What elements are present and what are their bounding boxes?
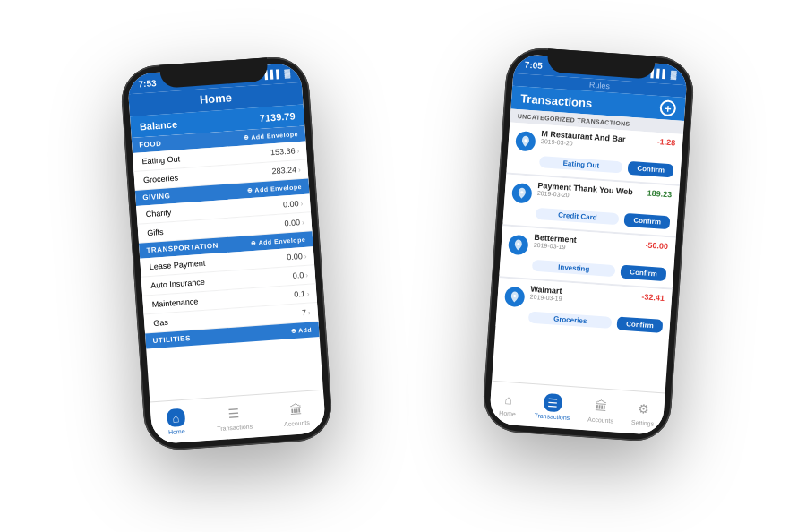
txn-4-confirm[interactable]: Confirm: [617, 316, 664, 332]
txn-2-icon: [511, 183, 532, 203]
add-giving-label: Add Envelope: [254, 184, 302, 193]
balance-label: Balance: [139, 119, 177, 133]
txn-3-amount: -50.00: [645, 240, 668, 251]
home-title: Home: [199, 90, 232, 106]
tab-transactions-right[interactable]: ☰ Transactions: [534, 392, 571, 421]
time-left: 7:53: [138, 78, 157, 89]
chevron-icon-4: ›: [302, 218, 304, 226]
balance-value: 7139.79: [259, 110, 296, 124]
tab-accounts-left[interactable]: 🏛 Accounts: [282, 399, 310, 427]
add-utilities-label: Add: [298, 327, 313, 334]
maintenance-amount: 0.1 ›: [294, 289, 310, 299]
chevron-icon-7: ›: [306, 289, 309, 297]
phone-left: 7:53 ▲ ▌▌▌ ▓ Home Balance 7139.79 FOOD: [119, 55, 333, 452]
battery-icon-r: ▓: [671, 70, 677, 79]
accounts-icon-r: 🏛: [592, 397, 611, 416]
txn-1-info: M Restaurant And Bar 2019-03-20: [541, 129, 652, 152]
chevron-icon-2: ›: [298, 166, 301, 174]
transportation-section: TRANSPORTATION ⊕ Add Envelope Lease Paym…: [139, 231, 319, 333]
auto-insurance-amount: 0.0 ›: [292, 270, 308, 280]
chevron-icon-6: ›: [305, 270, 308, 279]
tab-transactions-label-r: Transactions: [534, 412, 570, 421]
eating-out-label: Eating Out: [141, 154, 180, 166]
add-giving-button[interactable]: ⊕ Add Envelope: [247, 183, 303, 193]
txn-1-amount: -1.28: [656, 137, 675, 147]
phone-left-screen: 7:53 ▲ ▌▌▌ ▓ Home Balance 7139.79 FOOD: [127, 63, 326, 445]
add-transport-button[interactable]: ⊕ Add Envelope: [251, 236, 306, 246]
txn-2-info: Payment Thank You Web 2019-03-20: [537, 181, 642, 203]
status-icons-left: ▲ ▌▌▌ ▓: [253, 69, 290, 81]
wifi-icon-r: ▲: [640, 68, 649, 78]
plus-utilities-icon: ⊕: [290, 327, 296, 334]
chevron-icon-8: ›: [308, 308, 311, 316]
phone-right: 7:05 ▲ ▌▌▌ ▓ Rules Transactions + UNCATE…: [481, 46, 695, 443]
txn-3-info: Betterment 2019-03-19: [534, 233, 640, 255]
plus-food-icon: ⊕: [244, 133, 250, 141]
tab-accounts-right[interactable]: 🏛 Accounts: [587, 396, 615, 424]
phone-right-screen: 7:05 ▲ ▌▌▌ ▓ Rules Transactions + UNCATE…: [489, 54, 688, 436]
maintenance-label: Maintenance: [151, 296, 198, 309]
transactions-icon: ☰: [224, 404, 243, 423]
txn-3-icon: [508, 235, 528, 255]
txn-4-icon: [504, 287, 525, 307]
settings-icon-r: ⚙: [634, 399, 653, 418]
tab-bar-right: ⌂ Home ☰ Transactions 🏛 Accounts ⚙ Setti…: [489, 381, 665, 435]
tab-transactions-left[interactable]: ☰ Transactions: [216, 404, 253, 433]
giving-label: GIVING: [142, 192, 171, 202]
chevron-icon-3: ›: [300, 199, 303, 207]
chevron-icon: ›: [296, 147, 299, 155]
status-icons-right: ▲ ▌▌▌ ▓: [640, 68, 677, 80]
txn-2-confirm[interactable]: Confirm: [624, 213, 671, 229]
gifts-amount: 0.00 ›: [284, 218, 304, 228]
txn-4-info: Walmart 2019-03-19: [530, 285, 637, 307]
txn-1-icon: [515, 131, 536, 151]
txn-1-confirm[interactable]: Confirm: [628, 161, 674, 177]
wifi-icon: ▲: [253, 71, 262, 81]
transactions-icon-r: ☰: [544, 393, 562, 412]
add-food-button[interactable]: ⊕ Add Envelope: [244, 131, 299, 142]
tab-settings-label-r: Settings: [631, 419, 655, 427]
tab-settings-right[interactable]: ⚙ Settings: [631, 399, 656, 427]
gifts-label: Gifts: [147, 227, 164, 237]
signal-icon-r: ▌▌▌: [650, 68, 668, 78]
tab-accounts-label: Accounts: [284, 419, 310, 427]
transactions-title: Transactions: [520, 91, 593, 110]
tab-home-label: Home: [168, 428, 185, 435]
rules-label: Rules: [589, 81, 611, 91]
lease-amount: 0.00 ›: [287, 252, 307, 262]
battery-icon: ▓: [284, 69, 290, 78]
charity-amount: 0.00 ›: [283, 199, 304, 210]
time-right: 7:05: [524, 59, 543, 70]
accounts-icon: 🏛: [287, 399, 305, 418]
add-transaction-button[interactable]: +: [659, 99, 676, 116]
txn-2-amount: 189.23: [647, 188, 672, 199]
home-icon: ⌂: [167, 408, 185, 427]
tab-accounts-label-r: Accounts: [587, 416, 613, 424]
chevron-icon-5: ›: [304, 252, 306, 260]
plus-transport-icon: ⊕: [251, 239, 257, 246]
tab-home-left[interactable]: ⌂ Home: [167, 408, 186, 435]
tab-home-right[interactable]: ⌂ Home: [498, 390, 518, 417]
scene: 7:53 ▲ ▌▌▌ ▓ Home Balance 7139.79 FOOD: [0, 0, 806, 532]
txn-3-confirm[interactable]: Confirm: [621, 265, 667, 281]
gas-amount: 7 ›: [302, 308, 311, 318]
eating-out-amount: 153.36 ›: [270, 146, 300, 157]
lease-label: Lease Payment: [149, 259, 205, 271]
add-utilities-button[interactable]: ⊕ Add: [290, 326, 312, 335]
home-icon-r: ⌂: [499, 390, 518, 409]
add-transport-label: Add Envelope: [258, 236, 305, 246]
tab-bar-left: ⌂ Home ☰ Transactions 🏛 Accounts: [150, 390, 326, 444]
utilities-label: UTILITIES: [152, 334, 191, 345]
gas-label: Gas: [153, 318, 168, 328]
charity-label: Charity: [145, 208, 171, 219]
transportation-label: TRANSPORTATION: [146, 242, 219, 255]
groceries-label: Groceries: [143, 174, 179, 185]
tab-transactions-label: Transactions: [217, 423, 253, 432]
tab-home-label-r: Home: [499, 410, 516, 417]
auto-insurance-label: Auto Insurance: [150, 278, 205, 290]
plus-giving-icon: ⊕: [247, 186, 253, 193]
add-food-label: Add Envelope: [251, 131, 298, 141]
signal-icon: ▌▌▌: [264, 69, 282, 79]
food-label: FOOD: [139, 140, 162, 150]
groceries-amount: 283.24 ›: [271, 165, 301, 176]
